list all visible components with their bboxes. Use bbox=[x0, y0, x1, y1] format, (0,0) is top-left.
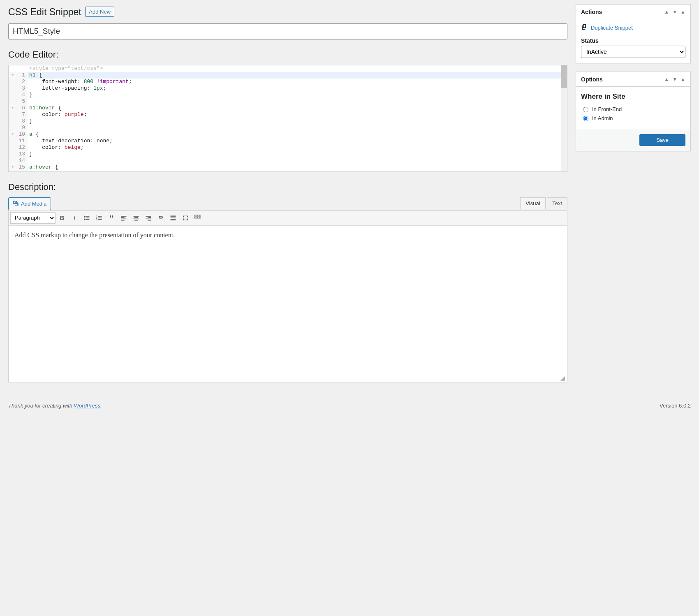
blockquote-button[interactable]: ❛❛ bbox=[106, 212, 117, 224]
code-content[interactable] bbox=[28, 125, 567, 131]
svg-point-3 bbox=[84, 215, 85, 216]
duplicate-snippet-link[interactable]: Duplicate Snippet bbox=[581, 23, 685, 32]
fullscreen-button[interactable] bbox=[180, 212, 191, 224]
svg-rect-22 bbox=[146, 218, 151, 219]
svg-rect-18 bbox=[134, 218, 139, 219]
code-content[interactable]: color: purple; bbox=[28, 111, 567, 118]
code-line[interactable]: 4} bbox=[9, 92, 567, 98]
where-option[interactable]: In Front-End bbox=[581, 106, 685, 112]
version-label: Version 6.0.2 bbox=[660, 403, 691, 409]
wysiwyg-body[interactable]: Add CSS markup to change the presentatio… bbox=[9, 226, 567, 382]
code-content[interactable]: h1:hover { bbox=[28, 105, 567, 111]
code-content[interactable] bbox=[28, 157, 567, 164]
move-down-icon[interactable]: ▼ bbox=[672, 9, 677, 15]
code-line[interactable]: 2 font-weight: 800 !important; bbox=[9, 79, 567, 85]
link-button[interactable] bbox=[155, 212, 167, 224]
footer-thanks-suffix: . bbox=[100, 403, 102, 409]
format-select[interactable]: Paragraph bbox=[10, 212, 56, 224]
fold-marker bbox=[9, 92, 17, 98]
svg-rect-31 bbox=[194, 217, 196, 218]
fold-marker bbox=[9, 138, 17, 144]
fold-marker bbox=[9, 98, 17, 105]
code-line[interactable]: 9 bbox=[9, 125, 567, 131]
where-radio[interactable] bbox=[583, 116, 588, 121]
tab-visual[interactable]: Visual bbox=[520, 197, 545, 209]
svg-rect-21 bbox=[148, 217, 151, 218]
svg-rect-20 bbox=[146, 216, 151, 217]
where-label: In Admin bbox=[592, 115, 613, 121]
svg-text:3: 3 bbox=[96, 218, 97, 220]
line-number: 7 bbox=[17, 111, 28, 118]
code-line[interactable]: 7 color: purple; bbox=[9, 111, 567, 118]
code-line[interactable]: ▾10a { bbox=[9, 131, 567, 138]
add-new-button[interactable]: Add New bbox=[85, 7, 114, 17]
svg-rect-27 bbox=[194, 215, 196, 216]
status-select[interactable]: InActiveActive bbox=[581, 46, 685, 58]
code-line[interactable]: 8} bbox=[9, 118, 567, 125]
code-content[interactable]: font-weight: 800 !important; bbox=[28, 79, 567, 85]
numbered-list-button[interactable]: 123 bbox=[93, 212, 105, 224]
code-line[interactable]: 3 letter-spacing: 1px; bbox=[9, 85, 567, 92]
code-line[interactable]: 5 bbox=[9, 98, 567, 105]
code-content[interactable]: a:hover { bbox=[28, 164, 567, 171]
where-option[interactable]: In Admin bbox=[581, 115, 685, 121]
svg-rect-29 bbox=[198, 215, 199, 216]
snippet-title-input[interactable] bbox=[8, 23, 567, 39]
svg-rect-34 bbox=[199, 217, 201, 218]
svg-rect-16 bbox=[134, 216, 139, 217]
where-radio[interactable] bbox=[583, 107, 588, 112]
fold-marker bbox=[9, 79, 17, 85]
bullet-list-button[interactable] bbox=[81, 212, 93, 224]
code-line[interactable]: 12 color: beige; bbox=[9, 144, 567, 151]
code-line[interactable]: ▾6h1:hover { bbox=[9, 105, 567, 111]
move-up-icon[interactable]: ▲ bbox=[664, 76, 669, 82]
fold-marker[interactable]: ▾ bbox=[9, 105, 17, 111]
fold-marker[interactable]: ▾ bbox=[9, 131, 17, 138]
code-scrollbar[interactable] bbox=[561, 65, 567, 171]
align-right-button[interactable] bbox=[143, 212, 154, 224]
code-content[interactable] bbox=[28, 98, 567, 105]
description-text: Add CSS markup to change the presentatio… bbox=[14, 232, 175, 239]
save-button[interactable]: Save bbox=[639, 134, 685, 146]
bold-button[interactable]: B bbox=[56, 212, 68, 224]
italic-button[interactable]: I bbox=[69, 212, 80, 224]
code-content[interactable]: a { bbox=[28, 131, 567, 138]
toggle-icon[interactable]: ▲ bbox=[680, 76, 685, 82]
move-up-icon[interactable]: ▲ bbox=[664, 9, 669, 15]
resize-handle-icon[interactable]: ◢ bbox=[560, 375, 566, 381]
code-line[interactable]: 14 bbox=[9, 157, 567, 164]
code-content[interactable]: letter-spacing: 1px; bbox=[28, 85, 567, 92]
code-line[interactable]: ▾1h1 { bbox=[9, 72, 567, 79]
code-content[interactable]: } bbox=[28, 118, 567, 125]
align-center-button[interactable] bbox=[130, 212, 142, 224]
svg-rect-19 bbox=[134, 220, 138, 220]
code-line[interactable]: 11 text-decoration: none; bbox=[9, 138, 567, 144]
code-scrollbar-thumb[interactable] bbox=[561, 65, 567, 88]
move-down-icon[interactable]: ▼ bbox=[672, 76, 677, 82]
code-line[interactable]: 13} bbox=[9, 151, 567, 157]
tab-text[interactable]: Text bbox=[547, 197, 567, 209]
media-icon bbox=[13, 200, 19, 208]
fold-marker bbox=[9, 85, 17, 92]
code-content[interactable]: color: beige; bbox=[28, 144, 567, 151]
line-number: 3 bbox=[17, 85, 28, 92]
code-content[interactable]: } bbox=[28, 92, 567, 98]
code-content[interactable]: h1 { bbox=[28, 72, 567, 79]
code-content[interactable]: text-decoration: none; bbox=[28, 138, 567, 144]
readmore-button[interactable] bbox=[167, 212, 179, 224]
align-left-button[interactable] bbox=[118, 212, 130, 224]
code-line[interactable]: ▾15a:hover { bbox=[9, 164, 567, 171]
toggle-icon[interactable]: ▲ bbox=[680, 9, 685, 15]
where-in-site-heading: Where in Site bbox=[581, 93, 685, 101]
svg-rect-14 bbox=[121, 218, 127, 219]
description-heading: Description: bbox=[8, 182, 567, 192]
svg-rect-33 bbox=[198, 217, 199, 218]
add-media-button[interactable]: Add Media bbox=[8, 197, 51, 210]
fold-marker[interactable]: ▾ bbox=[9, 164, 17, 171]
wordpress-link[interactable]: WordPress bbox=[74, 403, 100, 409]
fold-marker bbox=[9, 151, 17, 157]
code-content[interactable]: } bbox=[28, 151, 567, 157]
code-editor[interactable]: <style type="text/css"> ▾1h1 {2 font-wei… bbox=[8, 65, 567, 172]
toolbar-toggle-button[interactable] bbox=[192, 212, 204, 224]
fold-marker[interactable]: ▾ bbox=[9, 72, 17, 79]
